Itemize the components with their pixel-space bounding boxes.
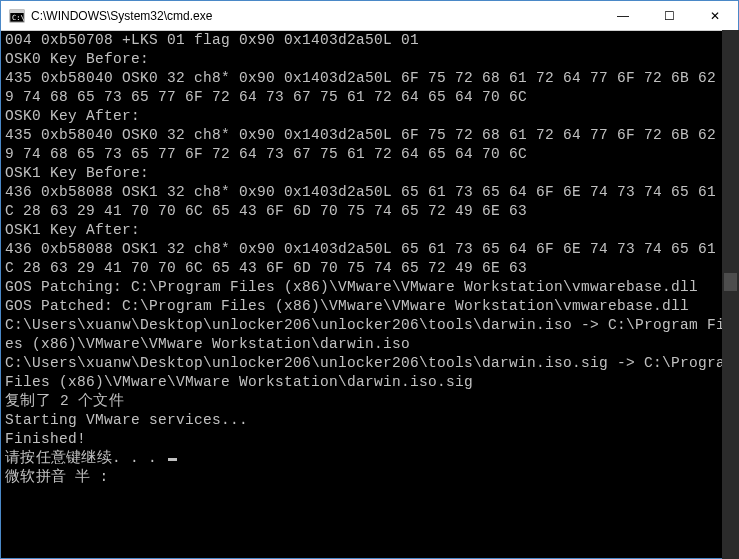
svg-rect-1 [10,10,24,13]
terminal-line: 435 0xb58040 OSK0 32 ch8* 0x90 0x1403d2a… [5,69,736,107]
scrollbar-thumb[interactable] [724,273,737,291]
terminal-line: 复制了 2 个文件 [5,392,736,411]
terminal-line: 微软拼音 半 : [5,468,736,487]
terminal-line: C:\Users\xuanw\Desktop\unlocker206\unloc… [5,354,736,392]
terminal-line: 435 0xb58040 OSK0 32 ch8* 0x90 0x1403d2a… [5,126,736,164]
terminal-line: OSK1 Key After: [5,221,736,240]
scrollbar[interactable] [722,30,739,559]
terminal-line: OSK0 Key Before: [5,50,736,69]
terminal-output[interactable]: 004 0xb50708 +LKS 01 flag 0x90 0x1403d2a… [1,31,738,558]
terminal-line: C:\Users\xuanw\Desktop\unlocker206\unloc… [5,316,736,354]
terminal-line: 436 0xb58088 OSK1 32 ch8* 0x90 0x1403d2a… [5,240,736,278]
terminal-line: GOS Patching: C:\Program Files (x86)\VMw… [5,278,736,297]
maximize-button[interactable]: ☐ [646,1,692,30]
window-title: C:\WINDOWS\System32\cmd.exe [31,9,600,23]
terminal-line: 请按任意键继续. . . [5,449,736,468]
terminal-line: OSK0 Key After: [5,107,736,126]
cursor [168,458,177,461]
terminal-line: 004 0xb50708 +LKS 01 flag 0x90 0x1403d2a… [5,31,736,50]
terminal-line: Starting VMware services... [5,411,736,430]
minimize-button[interactable]: — [600,1,646,30]
terminal-line: Finished! [5,430,736,449]
terminal-line: OSK1 Key Before: [5,164,736,183]
close-button[interactable]: ✕ [692,1,738,30]
terminal-line: GOS Patched: C:\Program Files (x86)\VMwa… [5,297,736,316]
cmd-icon: C:\ [9,8,25,24]
window-controls: — ☐ ✕ [600,1,738,30]
svg-text:C:\: C:\ [12,14,25,22]
terminal-line: 436 0xb58088 OSK1 32 ch8* 0x90 0x1403d2a… [5,183,736,221]
window-titlebar[interactable]: C:\ C:\WINDOWS\System32\cmd.exe — ☐ ✕ [1,1,738,31]
